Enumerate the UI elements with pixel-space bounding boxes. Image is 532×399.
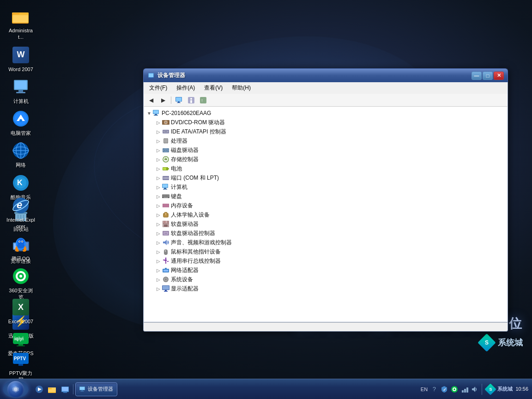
- window-titlebar[interactable]: 设备管理器 — □ ✕: [143, 68, 508, 82]
- svg-point-46: [19, 275, 22, 278]
- floppy-ctrl-expand[interactable]: ▷: [155, 230, 162, 237]
- system-tray: EN ? ✓: [420, 385, 479, 393]
- cpu-expand[interactable]: ▷: [155, 137, 162, 145]
- memory-expand[interactable]: ▷: [155, 202, 162, 209]
- tree-item-ide[interactable]: ▷ IDE ATA/ATAPI 控制器: [145, 127, 506, 136]
- memory-icon: [162, 202, 169, 209]
- ql-media-player[interactable]: [34, 384, 44, 394]
- tree-root[interactable]: ▼ PC-20160620EAAG: [145, 109, 506, 118]
- pc-expand[interactable]: ▷: [155, 183, 162, 191]
- back-button[interactable]: ◀: [145, 95, 157, 105]
- svg-text:✓: ✓: [443, 387, 447, 392]
- help-icon[interactable]: ?: [430, 385, 438, 393]
- keyboard-expand[interactable]: ▷: [155, 193, 162, 200]
- lang-icon[interactable]: EN: [420, 385, 428, 393]
- tree-item-network[interactable]: ▷ 网络适配器: [145, 266, 506, 275]
- desktop: Administrat... W Word 2007 计算机: [0, 0, 532, 379]
- usb-label: 通用串行总线控制器: [171, 257, 221, 265]
- svg-rect-9: [16, 92, 25, 93]
- hid-expand[interactable]: ▷: [155, 211, 162, 218]
- dvd-expand[interactable]: ▷: [155, 119, 162, 126]
- network-expand[interactable]: ▷: [155, 266, 162, 274]
- network-adapter-label: 网络适配器: [171, 266, 199, 274]
- desktop-icon-administrator[interactable]: Administrat...: [5, 5, 37, 42]
- display-expand[interactable]: ▷: [155, 285, 162, 292]
- port-expand[interactable]: ▷: [155, 174, 162, 181]
- system-expand[interactable]: ▷: [155, 276, 162, 283]
- forward-button[interactable]: ▶: [157, 95, 169, 105]
- menu-help[interactable]: 帮助(H): [228, 83, 254, 93]
- menu-view[interactable]: 查看(V): [200, 83, 226, 93]
- minimize-button[interactable]: —: [472, 72, 482, 80]
- close-button[interactable]: ✕: [494, 72, 504, 80]
- tree-item-dvd[interactable]: ▷ DVD/CD-ROM 驱动器: [145, 118, 506, 127]
- security-icon[interactable]: ✓: [440, 385, 448, 393]
- taskbar-device-manager[interactable]: 设备管理器: [75, 382, 117, 396]
- ide-expand[interactable]: ▷: [155, 128, 162, 135]
- toolbar-separator-1: [171, 97, 171, 104]
- tree-item-battery[interactable]: ▷ 电池: [145, 164, 506, 173]
- tree-item-floppy-ctrl[interactable]: ▷ 软盘驱动器控制器: [145, 229, 506, 238]
- sound-expand[interactable]: ▷: [155, 239, 162, 246]
- desktop-icon-diannaogj[interactable]: 电脑管家: [5, 107, 37, 138]
- desktop-icon-qq[interactable]: 腾讯QQ: [5, 233, 37, 264]
- show-device-button[interactable]: [174, 95, 185, 105]
- svg-rect-124: [164, 215, 167, 217]
- tree-item-system[interactable]: ▷ 系统设备: [145, 275, 506, 284]
- tree-item-keyboard[interactable]: ▷: [145, 192, 506, 201]
- tree-item-sound[interactable]: ▷ 声音、视频和游戏控制器: [145, 238, 506, 247]
- tree-item-storage[interactable]: ▷ 存储控制器: [145, 155, 506, 164]
- floppy-icon: [162, 220, 169, 228]
- svg-rect-170: [462, 390, 464, 393]
- disk-expand[interactable]: ▷: [155, 146, 162, 154]
- clock[interactable]: 10:56: [515, 386, 528, 393]
- port-icon: [162, 174, 169, 181]
- tree-item-port[interactable]: ▷ 端口 (COM 和 LPT): [145, 173, 506, 182]
- 360-icon: [11, 266, 30, 286]
- menu-action[interactable]: 操作(A): [173, 83, 199, 93]
- battery-icon: [162, 165, 169, 172]
- network-tray-icon[interactable]: [460, 385, 469, 393]
- svg-point-141: [165, 258, 167, 259]
- desktop-icon-network[interactable]: 网络: [5, 139, 37, 170]
- start-button[interactable]: [3, 381, 29, 398]
- usb-expand[interactable]: ▷: [155, 257, 162, 265]
- device-tree[interactable]: ▼ PC-20160620EAAG ▷: [143, 107, 508, 322]
- desktop-icon-ie[interactable]: e Internet Explorer: [5, 194, 37, 232]
- tree-item-floppy[interactable]: ▷ 软盘驱动器: [145, 219, 506, 229]
- qq-icon: [11, 235, 30, 254]
- tree-item-display[interactable]: ▷ 显示适配器: [145, 284, 506, 293]
- tree-item-mouse[interactable]: ▷ 鼠标和其他指针设备: [145, 247, 506, 256]
- maximize-button[interactable]: □: [483, 72, 493, 80]
- storage-expand[interactable]: ▷: [155, 156, 162, 163]
- svg-rect-108: [163, 196, 163, 197]
- floppy-expand[interactable]: ▷: [155, 220, 162, 228]
- svg-rect-61: [177, 103, 181, 103]
- ql-file-manager[interactable]: [47, 384, 57, 394]
- tree-item-pc[interactable]: ▷ 计算机: [145, 182, 506, 192]
- root-expand[interactable]: ▼: [145, 109, 153, 117]
- menu-file[interactable]: 文件(F): [145, 83, 171, 93]
- desktop-icon-computer[interactable]: 计算机: [5, 75, 37, 106]
- ql-media[interactable]: [60, 384, 70, 394]
- tree-item-hid[interactable]: ▷ 人体学输入设备: [145, 210, 506, 219]
- word-icon: W: [11, 45, 30, 65]
- svg-point-94: [163, 178, 164, 179]
- volume-icon[interactable]: [471, 385, 479, 393]
- mouse-expand[interactable]: ▷: [155, 248, 162, 255]
- battery-expand[interactable]: ▷: [155, 165, 162, 172]
- tree-item-disk[interactable]: ▷ 磁盘驱动器: [145, 145, 506, 155]
- 360-tray-icon[interactable]: [450, 385, 459, 393]
- tree-item-cpu[interactable]: ▷ 处理器: [145, 136, 506, 145]
- desktop-icon-word2007[interactable]: W Word 2007: [5, 43, 37, 74]
- svg-rect-59: [176, 97, 181, 101]
- tree-item-memory[interactable]: ▷ 内存设备: [145, 201, 506, 210]
- update-driver-button[interactable]: ↑: [198, 95, 209, 105]
- desktop-icon-excel[interactable]: X Excel 2007: [5, 296, 37, 326]
- desktop-icon-pptv[interactable]: PPTV PPTV聚力 网络电视: [5, 347, 37, 379]
- properties-button[interactable]: [186, 95, 197, 105]
- svg-rect-161: [63, 392, 67, 393]
- tree-item-usb[interactable]: ▷ 通用串行总线控制器: [145, 256, 506, 266]
- window-title: 设备管理器: [157, 72, 472, 79]
- svg-rect-107: [168, 195, 169, 196]
